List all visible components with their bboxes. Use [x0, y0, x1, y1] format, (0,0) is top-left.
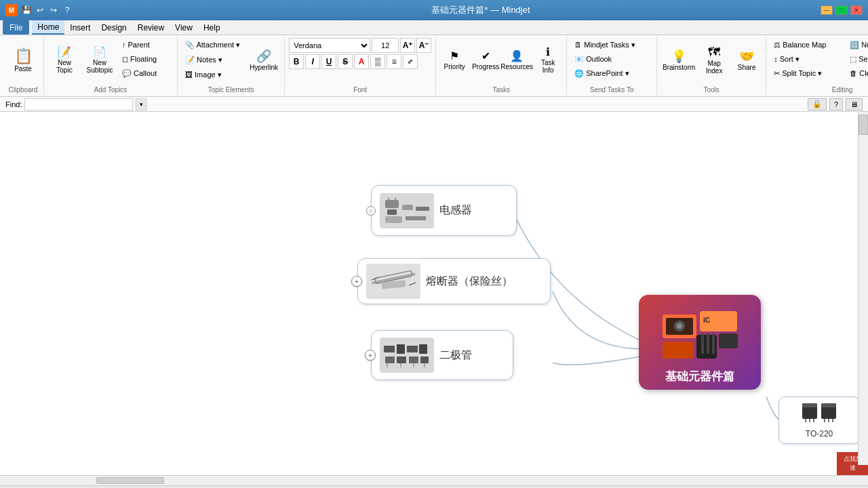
fuse-node[interactable]: + 熔断器（保险丝） — [357, 258, 551, 304]
inductor-image — [380, 193, 434, 228]
svg-rect-35 — [707, 333, 709, 354]
menu-review[interactable]: Review — [132, 20, 170, 35]
menu-file[interactable]: File — [3, 20, 29, 35]
svg-rect-14 — [397, 344, 405, 354]
save-btn[interactable]: 💾 — [20, 4, 33, 16]
task-info-button[interactable]: ℹ TaskInfo — [534, 38, 562, 83]
undo-btn[interactable]: ↩ — [34, 4, 46, 16]
select-button[interactable]: ⬚ Select ▾ — [846, 52, 868, 66]
outlook-button[interactable]: 📧 Outlook — [571, 52, 652, 66]
findbar: Find: ▾ 🔒 ? 🖥 — [0, 97, 868, 112]
tasks-group: ⚑ Priority ✔ Progress 👤 Resources ℹ Task… — [436, 37, 567, 95]
menu-design[interactable]: Design — [96, 20, 132, 35]
svg-point-32 — [677, 323, 682, 329]
more-font-btn[interactable]: ⤢ — [403, 54, 418, 69]
svg-rect-16 — [419, 344, 427, 354]
tools-group: 💡 Brainstorm 🗺 MapIndex 🤝 Share Tools — [657, 37, 766, 95]
menu-view[interactable]: View — [170, 20, 198, 35]
maximize-btn[interactable]: □ — [835, 5, 848, 15]
svg-rect-19 — [409, 357, 418, 363]
canvas: ○ 电感器 + — [0, 112, 868, 475]
center-image: IC — [644, 300, 755, 369]
callout-button[interactable]: 💬Callout — [119, 66, 173, 80]
map-index-button[interactable]: 🗺 MapIndex — [699, 38, 729, 83]
inductor-collapse[interactable]: ○ — [366, 206, 376, 216]
ribbon: 📋 Paste Clipboard 📝 NewTopic 📄 NewSubtop… — [0, 35, 868, 97]
balance-map-button[interactable]: ⚖ Balance Map — [770, 38, 845, 52]
fuse-image — [366, 264, 420, 299]
center-node[interactable]: IC 基础元器件篇 — [639, 295, 761, 390]
tool-btn-1[interactable]: 🔒 — [808, 98, 827, 110]
italic-btn[interactable]: I — [305, 54, 320, 69]
highlight-btn[interactable]: ▒ — [370, 54, 385, 69]
font-size-input[interactable] — [372, 38, 399, 53]
underline-btn[interactable]: U — [321, 54, 336, 69]
hyperlink-button[interactable]: 🔗 Hyperlink — [248, 38, 280, 83]
svg-rect-20 — [420, 357, 429, 363]
clear-button[interactable]: 🗑 Clear ▾ — [846, 66, 868, 80]
attachment-button[interactable]: 📎 Attachment ▾ — [182, 38, 243, 52]
floating-button[interactable]: ◻Floating — [119, 52, 173, 66]
sort-button[interactable]: ↕ Sort ▾ — [770, 52, 845, 66]
font-grow-btn[interactable]: A⁺ — [400, 38, 415, 53]
mindjet-tasks-button[interactable]: 🗓 Mindjet Tasks ▾ — [571, 38, 652, 52]
parent-button[interactable]: ↑Parent — [119, 38, 173, 52]
fuse-label: 熔断器（保险丝） — [426, 274, 513, 289]
brainstorm-button[interactable]: 💡 Brainstorm — [661, 38, 696, 83]
font-family-select[interactable]: Verdana Arial Times New Roman — [289, 38, 370, 53]
minimize-btn[interactable]: — — [821, 5, 833, 15]
font-shrink-btn[interactable]: A⁻ — [416, 38, 431, 53]
statusbar — [0, 485, 868, 488]
clipboard-group: 📋 Paste Clipboard — [3, 37, 44, 95]
diode-node[interactable]: + 二极管 — [371, 330, 513, 380]
svg-rect-1 — [387, 209, 397, 215]
svg-rect-4 — [385, 216, 402, 223]
paste-button[interactable]: 📋 Paste — [7, 38, 39, 83]
svg-rect-13 — [384, 346, 395, 352]
new-subtopic-button[interactable]: 📄 NewSubtopic — [83, 38, 116, 83]
tool-btn-3[interactable]: 🖥 — [846, 98, 863, 110]
help-btn[interactable]: ? — [61, 4, 73, 16]
svg-text:IC: IC — [703, 317, 710, 324]
svg-rect-18 — [397, 357, 406, 363]
menu-insert[interactable]: Insert — [64, 20, 96, 35]
inductor-node[interactable]: ○ 电感器 — [371, 185, 517, 236]
close-btn[interactable]: ✕ — [850, 5, 863, 15]
topic-elements-group: 📎 Attachment ▾ 📝 Notes ▾ 🖼 Image ▾ 🔗 Hyp… — [178, 37, 285, 95]
split-topic-button[interactable]: ✂ Split Topic ▾ — [770, 66, 845, 80]
image-button[interactable]: 🖼 Image ▾ — [182, 68, 243, 81]
svg-rect-3 — [416, 207, 429, 211]
svg-rect-38 — [802, 403, 817, 407]
vertical-scrollbar[interactable] — [858, 112, 868, 465]
svg-rect-17 — [385, 357, 395, 363]
sharepoint-button[interactable]: 🌐 SharePoint ▾ — [571, 66, 652, 80]
window-title: 基础元器件篇* — Mindjet — [141, 4, 821, 16]
to220-node[interactable]: TO-220 — [778, 396, 860, 444]
diode-plus[interactable]: + — [365, 350, 376, 361]
find-options-btn[interactable]: ▾ — [136, 98, 146, 110]
progress-button[interactable]: ✔ Progress — [471, 38, 500, 83]
svg-rect-29 — [719, 333, 738, 348]
align-btn[interactable]: ≡ — [387, 54, 401, 69]
numbering-button[interactable]: 🔢 Numbering — [846, 38, 868, 52]
tool-btn-2[interactable]: ? — [829, 98, 843, 110]
fuse-plus[interactable]: + — [351, 276, 362, 287]
editing-group: ⚖ Balance Map ↕ Sort ▾ ✂ Split Topic ▾ 🔢… — [766, 37, 868, 95]
redo-btn[interactable]: ↪ — [47, 4, 60, 16]
send-tasks-group: 🗓 Mindjet Tasks ▾ 📧 Outlook 🌐 SharePoint… — [567, 37, 657, 95]
bold-btn[interactable]: B — [289, 54, 304, 69]
quickaccess-toolbar: 💾 ↩ ↪ ? — [20, 4, 73, 16]
notes-button[interactable]: 📝 Notes ▾ — [182, 53, 243, 66]
horizontal-scrollbar[interactable] — [0, 475, 868, 485]
share-button[interactable]: 🤝 Share — [732, 38, 762, 83]
strikethrough-btn[interactable]: S — [338, 54, 353, 69]
find-input[interactable] — [24, 98, 133, 110]
priority-button[interactable]: ⚑ Priority — [440, 38, 469, 83]
resources-button[interactable]: 👤 Resources — [502, 38, 531, 83]
to220-label: TO-220 — [806, 429, 833, 439]
font-color-btn[interactable]: A — [354, 54, 369, 69]
menu-home[interactable]: Home — [32, 20, 64, 35]
svg-rect-5 — [406, 216, 426, 220]
menu-help[interactable]: Help — [198, 20, 226, 35]
new-topic-button[interactable]: 📝 NewTopic — [48, 38, 81, 83]
